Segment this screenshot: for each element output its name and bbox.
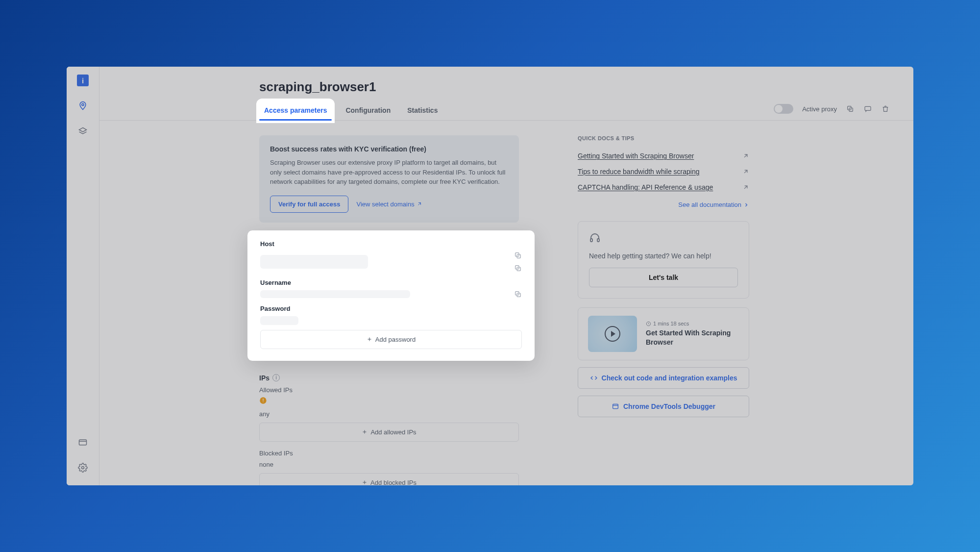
- devtools-button[interactable]: Chrome DevTools Debugger: [578, 396, 749, 417]
- clock-icon: [646, 321, 651, 326]
- plus-icon: [362, 429, 368, 435]
- tab-statistics[interactable]: Statistics: [404, 101, 441, 120]
- copy-host-icon[interactable]: [514, 251, 522, 259]
- doc-link-getting-started[interactable]: Getting Started with Scraping Browser: [578, 149, 749, 165]
- video-thumbnail: [588, 316, 637, 352]
- see-all-docs-link[interactable]: See all documentation: [578, 201, 749, 208]
- host-label: Host: [260, 240, 522, 248]
- settings-icon[interactable]: [77, 462, 89, 474]
- allowed-ips-value: any: [259, 410, 519, 418]
- devtools-label: Chrome DevTools Debugger: [623, 402, 715, 410]
- tab-access-parameters[interactable]: Access parameters: [259, 101, 332, 120]
- docs-header: QUICK DOCS & TIPS: [578, 135, 749, 141]
- chat-icon[interactable]: [863, 104, 872, 113]
- help-text: Need help getting started? We can help!: [589, 252, 738, 260]
- headset-icon: [589, 232, 738, 246]
- svg-point-0: [82, 103, 84, 105]
- active-proxy-toggle[interactable]: [774, 104, 793, 114]
- allowed-ips-label: Allowed IPs: [259, 386, 519, 394]
- video-time-text: 1 mins 18 secs: [653, 321, 689, 326]
- billing-icon[interactable]: [77, 436, 89, 448]
- see-all-label: See all documentation: [678, 201, 741, 208]
- header: scraping_browser1: [99, 67, 913, 95]
- svg-rect-14: [263, 401, 263, 402]
- add-allowed-label: Add allowed IPs: [370, 428, 416, 436]
- external-link-icon: [742, 184, 749, 191]
- copy-host-2-icon[interactable]: [514, 264, 522, 272]
- plus-icon: [367, 336, 372, 342]
- svg-rect-16: [597, 239, 599, 242]
- active-proxy-label: Active proxy: [802, 105, 837, 113]
- add-allowed-ips-button[interactable]: Add allowed IPs: [259, 423, 519, 442]
- banner-text: Scraping Browser uses our extensive prox…: [270, 158, 508, 187]
- external-link-icon: [742, 168, 749, 175]
- video-duration: 1 mins 18 secs: [646, 321, 739, 326]
- add-blocked-label: Add blocked IPs: [370, 479, 416, 486]
- external-link-icon: [742, 152, 749, 159]
- info-icon[interactable]: i: [77, 75, 89, 86]
- content: Boost success rates with KYC verificatio…: [99, 121, 913, 485]
- doc-link-label: CAPTCHA handling: API Reference & usage: [578, 183, 713, 191]
- code-examples-button[interactable]: Check out code and integration examples: [578, 367, 749, 389]
- kyc-banner: Boost success rates with KYC verificatio…: [259, 135, 519, 223]
- add-password-label: Add password: [375, 336, 416, 343]
- warning-icon: [259, 397, 267, 404]
- password-label: Password: [260, 305, 522, 312]
- doc-link-label: Tips to reduce bandwidth while scraping: [578, 168, 700, 176]
- password-value: [260, 316, 298, 325]
- lets-talk-button[interactable]: Let's talk: [589, 268, 738, 287]
- svg-point-2: [82, 467, 84, 469]
- layers-icon[interactable]: [77, 125, 89, 137]
- tabbar: Access parameters Configuration Statisti…: [99, 101, 913, 121]
- verify-button[interactable]: Verify for full access: [270, 196, 348, 213]
- ips-section: IPs i Allowed IPs any Add allowed IPs Bl…: [259, 374, 519, 486]
- window-icon: [612, 402, 619, 410]
- svg-rect-18: [613, 404, 618, 408]
- code-icon: [590, 374, 598, 382]
- video-title: Get Started With Scraping Browser: [646, 328, 739, 347]
- external-link-icon: [416, 201, 422, 207]
- svg-rect-5: [865, 106, 871, 110]
- host-value-1: [260, 255, 368, 269]
- add-blocked-ips-button[interactable]: Add blocked IPs: [259, 473, 519, 486]
- delete-icon[interactable]: [881, 104, 890, 113]
- tab-configuration[interactable]: Configuration: [343, 101, 393, 120]
- help-card: Need help getting started? We can help! …: [578, 221, 749, 299]
- blocked-ips-label: Blocked IPs: [259, 450, 519, 457]
- ips-title-text: IPs: [259, 374, 270, 382]
- location-icon[interactable]: [77, 100, 89, 112]
- view-domains-link[interactable]: View select domains: [356, 201, 422, 208]
- right-column: QUICK DOCS & TIPS Getting Started with S…: [578, 135, 749, 471]
- svg-rect-15: [590, 239, 592, 242]
- doc-link-bandwidth[interactable]: Tips to reduce bandwidth while scraping: [578, 165, 749, 180]
- ips-title: IPs i: [259, 374, 280, 382]
- main: scraping_browser1 Access parameters Conf…: [99, 67, 913, 485]
- credentials-card: Host Username: [247, 230, 535, 361]
- doc-link-label: Getting Started with Scraping Browser: [578, 152, 694, 160]
- doc-link-captcha[interactable]: CAPTCHA handling: API Reference & usage: [578, 180, 749, 196]
- info-tooltip-icon[interactable]: i: [272, 374, 280, 381]
- username-label: Username: [260, 279, 522, 286]
- page-title: scraping_browser1: [259, 79, 890, 95]
- svg-rect-1: [79, 440, 87, 445]
- add-password-button[interactable]: Add password: [260, 330, 522, 349]
- chevron-right-icon: [743, 202, 749, 208]
- left-column: Boost success rates with KYC verificatio…: [259, 135, 519, 471]
- banner-title: Boost success rates with KYC verificatio…: [270, 145, 508, 153]
- code-examples-label: Check out code and integration examples: [602, 374, 737, 382]
- username-value: [260, 290, 410, 298]
- svg-rect-13: [263, 399, 263, 401]
- view-domains-label: View select domains: [356, 201, 414, 208]
- video-card[interactable]: 1 mins 18 secs Get Started With Scraping…: [578, 307, 749, 360]
- copy-username-icon[interactable]: [514, 290, 522, 298]
- sidebar: i: [67, 67, 99, 485]
- blocked-ips-value: none: [259, 461, 519, 468]
- play-icon: [605, 326, 620, 342]
- copy-icon[interactable]: [846, 104, 855, 113]
- plus-icon: [362, 479, 368, 485]
- app-window: i scraping_browser1 Access parameters Co…: [67, 67, 913, 485]
